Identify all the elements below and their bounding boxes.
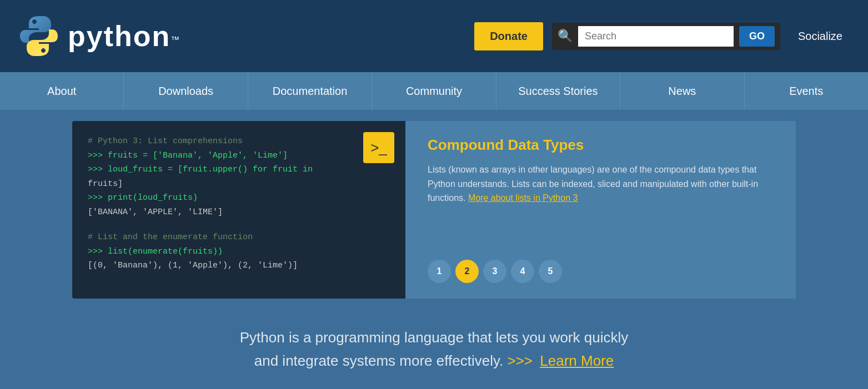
footer-tagline: Python is a programming language that le… [0,310,868,389]
pagination: 1 2 3 4 5 [428,260,774,283]
logo-area: python™ [17,14,474,58]
code-prompt-2: >>> loud_fruits = [fruit.upper() for fru… [88,163,390,177]
nav-item-success-stories[interactable]: Success Stories [496,72,620,110]
header: python™ Donate 🔍 GO Socialize [0,0,868,72]
main-content: >_ # Python 3: List comprehensions >>> f… [0,110,868,310]
code-block: # Python 3: List comprehensions >>> frui… [88,134,390,273]
nav-item-documentation[interactable]: Documentation [248,72,372,110]
nav-item-about[interactable]: About [0,72,124,110]
python-logo-icon [17,14,61,58]
code-output-1: fruits] [88,177,390,191]
code-panel: >_ # Python 3: List comprehensions >>> f… [72,121,405,299]
nav-item-community[interactable]: Community [372,72,496,110]
code-output-3: [(0, 'Banana'), (1, 'Apple'), (2, 'Lime'… [88,259,390,273]
page-3-button[interactable]: 3 [483,260,506,283]
nav-item-downloads[interactable]: Downloads [124,72,248,110]
terminal-button[interactable]: >_ [363,132,394,163]
donate-button[interactable]: Donate [474,22,543,50]
code-prompt-1: >>> fruits = ['Banana', 'Apple', 'Lime'] [88,149,390,163]
search-area: 🔍 GO [552,23,780,50]
page-1-button[interactable]: 1 [428,260,451,283]
nav-item-events[interactable]: Events [745,72,868,110]
code-prompt-3: >>> print(loud_fruits) [88,191,390,205]
code-section-1: # Python 3: List comprehensions >>> frui… [88,134,390,219]
search-input[interactable] [578,26,734,47]
info-body: Lists (known as arrays in other language… [428,163,774,205]
page-2-button[interactable]: 2 [455,260,479,283]
nav-item-news[interactable]: News [620,72,744,110]
code-section-2: # List and the enumerate function >>> li… [88,230,390,273]
footer-arrows-icon: >>> [507,352,533,369]
tagline-line2: and integrate systems more effectively. … [11,350,857,373]
tagline-line1: Python is a programming language that le… [11,326,857,350]
code-comment-1: # Python 3: List comprehensions [88,134,390,149]
page-4-button[interactable]: 4 [511,260,534,283]
info-content: Compound Data Types Lists (known as arra… [428,137,774,205]
code-prompt-4: >>> list(enumerate(fruits)) [88,245,390,259]
info-panel: Compound Data Types Lists (known as arra… [405,121,796,299]
socialize-button[interactable]: Socialize [789,26,851,47]
main-nav: About Downloads Documentation Community … [0,72,868,110]
learn-more-link[interactable]: Learn More [540,352,614,369]
page-5-button[interactable]: 5 [539,260,562,283]
info-title: Compound Data Types [428,137,774,154]
go-button[interactable]: GO [739,26,775,47]
logo-wordmark: python™ [68,19,179,53]
code-output-2: ['BANANA', 'APPLE', 'LIME'] [88,205,390,220]
search-icon: 🔍 [558,29,573,43]
code-comment-2: # List and the enumerate function [88,230,390,245]
header-right: Donate 🔍 GO Socialize [474,22,851,50]
lists-link[interactable]: More about lists in Python 3 [468,193,578,203]
